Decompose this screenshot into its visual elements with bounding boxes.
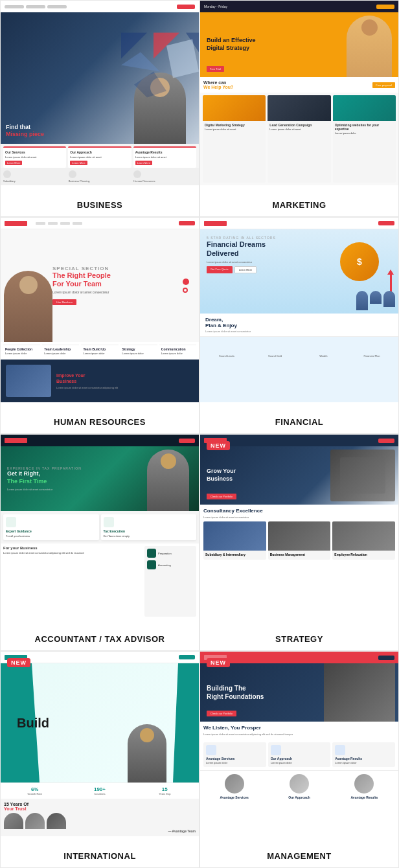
fin-icon-1: Sound Leads [203, 340, 250, 358]
badge-international: NEW [7, 658, 30, 667]
label-marketing: MARKETING [200, 200, 398, 210]
biz-bottom-2: Business Planning [69, 170, 131, 183]
svg-marker-5 [134, 72, 166, 98]
acc-b-text-2: Accounting [158, 564, 171, 567]
fin-icon-2: Sound Gold [252, 340, 299, 358]
acc-hero-person [147, 450, 189, 511]
cell-strategy[interactable]: NEW Grow YourBusiness Check our Portfoli… [200, 434, 399, 651]
hr-feat-3: Team Build Up Lorem ipsum dolor [81, 345, 118, 357]
str-card-1: Subsidiary & Intermediary [203, 521, 266, 560]
biz-bottom-icon-3 [133, 170, 141, 178]
hr-feat-text-4: Lorem ipsum dolor [122, 352, 155, 355]
biz-card-title-1: Our Services [5, 150, 64, 154]
str-hero-btn: Check our Portfolio [207, 494, 236, 499]
int-bottom-person-1 [4, 813, 23, 829]
fin-icon-4: Financial Plan [348, 340, 395, 358]
mgmt-b-item-3: Avantage Results [334, 774, 395, 799]
fin-dream: Dream,Plan & Enjoy Lorem ipsum dolor sit… [200, 314, 398, 336]
acc-feat-2: Tax Execution Get Taxes done simply [101, 514, 197, 540]
int-bottom-people [4, 813, 196, 829]
hr-feat-text-2: Lorem ipsum dolor [44, 352, 77, 355]
mkt-hero: Build an EffectiveDigital Strategy Free … [200, 12, 398, 77]
mgmt-service-text-2: Lorem ipsum dolor [271, 761, 328, 764]
int-bottom-person-2 [25, 813, 45, 829]
fin-arrow-up [387, 269, 394, 275]
label-financial: FINANCIAL [200, 417, 398, 427]
hr-feat-title-2: Team Leadership [44, 347, 77, 351]
str-hero-img [330, 450, 395, 501]
acc-nav [1, 435, 199, 446]
fin-icon-circle-3 [317, 340, 330, 353]
str-card-title-1: Subsidiary & Intermediary [205, 553, 264, 556]
mgmt-bottom: Avantage Services Our Approach Avantage … [200, 770, 398, 803]
acc-feat-1: Expert Guidance For all your business [3, 514, 99, 540]
cell-accountant[interactable]: EXPERIENCE IN TAX PREPARATION Get It Rig… [0, 434, 200, 651]
int-teal-shape2 [173, 663, 199, 782]
fin-coin: $ [340, 242, 379, 281]
int-hero: Build [1, 663, 199, 782]
preview-management: Building TheRight Foundations Check our … [200, 652, 398, 836]
biz-bottom-icon-2 [69, 170, 76, 178]
fin-icon-circle-2 [269, 340, 282, 353]
thumbnail-grid: Find thatMissing piece Our Services [0, 0, 399, 868]
str-card-body-2: Business Management [268, 551, 331, 560]
hr-nav [1, 218, 199, 229]
mgmt-service-title-2: Our Approach [271, 757, 328, 760]
biz-cards: Our Services Lorem ipsum dolor sit amet … [1, 144, 199, 168]
acc-b-left: For your Business Lorem ipsum dolor sit … [3, 546, 142, 617]
int-hero-text: Build [17, 716, 49, 730]
hr-features: People Collection Lorem ipsum dolor Team… [1, 342, 199, 360]
acc-b-right: Preparation Accounting [144, 546, 196, 617]
biz-card-btn-1: Learn More [5, 161, 22, 165]
hr-feat-title-1: People Collection [5, 347, 38, 351]
hr-feat-5: Communication Lorem ipsum dolor [159, 345, 196, 357]
mgmt-b-item-2: Our Approach [268, 774, 330, 799]
hr-nav-items [36, 222, 82, 225]
cell-financial[interactable]: 5 STAR RATING IN ALL SECTORS Financial D… [200, 217, 399, 434]
str-hero-text: Grow YourBusiness [207, 468, 236, 483]
int-bottom-signature: — Avantage Team [4, 829, 196, 833]
str-section-text: Lorem ipsum dolor sit amet consectetur [203, 516, 395, 519]
acc-hero-content: EXPERIENCE IN TAX PREPARATION Get It Rig… [7, 466, 82, 490]
biz-card-title-2: Our Approach [70, 150, 129, 154]
cell-marketing[interactable]: Monday - Friday Build an EffectiveDigita… [200, 0, 399, 217]
mgmt-service-1: Avantage Services Lorem ipsum dolor [203, 742, 266, 767]
fin-nav [200, 218, 398, 229]
preview-accountant: EXPERIENCE IN TAX PREPARATION Get It Rig… [1, 435, 199, 619]
int-stat-num-1: 6% [4, 786, 65, 792]
int-person-head [140, 728, 154, 742]
acc-feat-icon-2 [104, 517, 114, 527]
mkt-card-text-1: Lorem ipsum dolor sit amet [205, 128, 264, 131]
acc-b-text: Lorem ipsum dolor sit amet consectetur a… [3, 551, 142, 554]
hr-feat-title-4: Strategy [122, 347, 155, 351]
preview-financial: 5 STAR RATING IN ALL SECTORS Financial D… [200, 218, 398, 402]
mkt-card-body-1: Digital Marketing Strategy Lorem ipsum d… [203, 121, 266, 133]
biz-card-2: Our Approach Lorem ipsum dolor sit amet … [68, 146, 131, 168]
biz-card-title-3: Avantage Results [135, 150, 194, 154]
mkt-card-2: Lead Generation Campaign Lorem ipsum dol… [268, 95, 330, 183]
cell-hr[interactable]: SPECIAL SECTION The Right PeopleFor Your… [0, 217, 200, 434]
hr-special-section: SPECIAL SECTION [52, 266, 111, 271]
acc-b-icon-2 [147, 560, 156, 569]
mkt-where-text: Where canWe Help You? [203, 80, 233, 89]
mgmt-service-text-1: Lorem ipsum dolor [206, 761, 264, 764]
cell-international[interactable]: NEW Build 6% Growth Rate 190+ [0, 651, 200, 868]
cell-management[interactable]: NEW Building TheRight Foundations Check … [200, 651, 399, 868]
mgmt-desc: Lorem ipsum dolor sit amet consectetur a… [203, 733, 395, 737]
label-business: BUSINESS [1, 200, 199, 210]
str-section-title: Consultancy Excellence [203, 508, 395, 514]
str-card-img-3 [332, 521, 395, 551]
hr-feat-text-3: Lorem ipsum dolor [83, 352, 116, 355]
cell-business[interactable]: Find thatMissing piece Our Services [0, 0, 200, 217]
mkt-card-body-3: Optimizing websites for your expertise L… [333, 121, 396, 137]
mkt-card-img-1 [203, 95, 266, 121]
mgmt-b-avatar-1 [225, 774, 244, 794]
fin-person-1 [356, 291, 368, 310]
biz-bottom: Subsidiary Business Planning Human Resou… [1, 168, 199, 185]
hr-feat-1: People Collection Lorem ipsum dolor [3, 345, 40, 357]
mkt-nav-text: Monday - Friday [204, 5, 227, 8]
acc-b-icon-1 [147, 549, 156, 558]
hr-hero: SPECIAL SECTION The Right PeopleFor Your… [1, 229, 199, 342]
biz-card-btn-2: Learn More [70, 161, 87, 165]
str-card-2: Business Management [268, 521, 331, 560]
